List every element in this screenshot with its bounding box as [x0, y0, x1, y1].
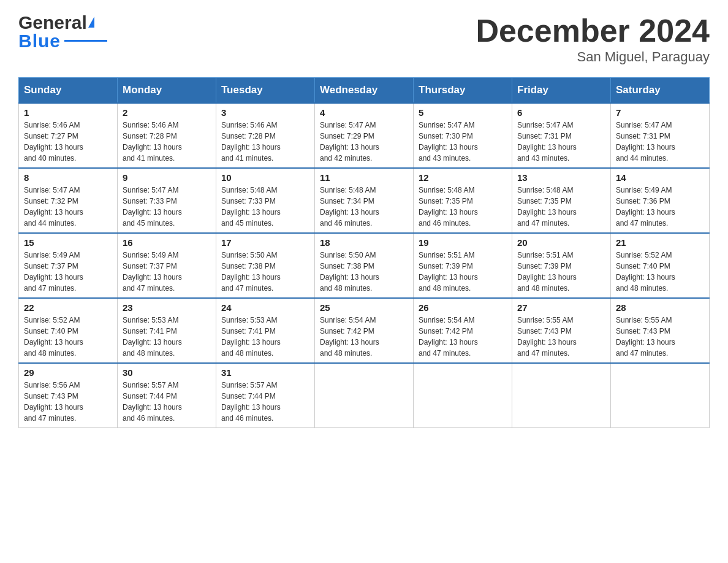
logo-underline — [64, 40, 107, 42]
calendar-day-cell: 21 Sunrise: 5:52 AM Sunset: 7:40 PM Dayl… — [611, 233, 710, 298]
calendar-title: December 2024 — [476, 12, 710, 49]
day-number: 7 — [616, 107, 704, 118]
day-number: 25 — [320, 302, 408, 313]
day-number: 4 — [320, 107, 408, 118]
day-number: 10 — [221, 172, 309, 183]
day-info: Sunrise: 5:55 AM Sunset: 7:43 PM Dayligh… — [616, 315, 704, 359]
day-number: 21 — [616, 237, 704, 248]
day-info: Sunrise: 5:54 AM Sunset: 7:42 PM Dayligh… — [419, 315, 507, 359]
day-info: Sunrise: 5:47 AM Sunset: 7:32 PM Dayligh… — [24, 185, 112, 229]
logo-general-text: General — [18, 12, 87, 33]
calendar-week-row: 29 Sunrise: 5:56 AM Sunset: 7:43 PM Dayl… — [19, 363, 710, 428]
day-number: 5 — [419, 107, 507, 118]
day-number: 26 — [419, 302, 507, 313]
calendar-day-cell: 20 Sunrise: 5:51 AM Sunset: 7:39 PM Dayl… — [512, 233, 611, 298]
calendar-day-cell: 27 Sunrise: 5:55 AM Sunset: 7:43 PM Dayl… — [512, 298, 611, 363]
day-number: 20 — [517, 237, 605, 248]
calendar-week-row: 1 Sunrise: 5:46 AM Sunset: 7:27 PM Dayli… — [19, 103, 710, 168]
calendar-day-cell: 18 Sunrise: 5:50 AM Sunset: 7:38 PM Dayl… — [315, 233, 414, 298]
day-info: Sunrise: 5:55 AM Sunset: 7:43 PM Dayligh… — [517, 315, 605, 359]
logo-blue-text: Blue — [18, 31, 61, 52]
calendar-day-cell: 4 Sunrise: 5:47 AM Sunset: 7:29 PM Dayli… — [315, 103, 414, 168]
calendar-day-cell: 17 Sunrise: 5:50 AM Sunset: 7:38 PM Dayl… — [216, 233, 315, 298]
day-number: 18 — [320, 237, 408, 248]
header-wednesday: Wednesday — [315, 78, 414, 104]
calendar-day-cell: 6 Sunrise: 5:47 AM Sunset: 7:31 PM Dayli… — [512, 103, 611, 168]
day-info: Sunrise: 5:49 AM Sunset: 7:36 PM Dayligh… — [616, 185, 704, 229]
day-info: Sunrise: 5:48 AM Sunset: 7:34 PM Dayligh… — [320, 185, 408, 229]
calendar-day-cell: 9 Sunrise: 5:47 AM Sunset: 7:33 PM Dayli… — [118, 168, 216, 233]
day-info: Sunrise: 5:50 AM Sunset: 7:38 PM Dayligh… — [221, 250, 309, 294]
logo: General Blue — [18, 12, 107, 52]
calendar-day-cell: 25 Sunrise: 5:54 AM Sunset: 7:42 PM Dayl… — [315, 298, 414, 363]
calendar-day-cell: 11 Sunrise: 5:48 AM Sunset: 7:34 PM Dayl… — [315, 168, 414, 233]
calendar-week-row: 22 Sunrise: 5:52 AM Sunset: 7:40 PM Dayl… — [19, 298, 710, 363]
day-info: Sunrise: 5:52 AM Sunset: 7:40 PM Dayligh… — [24, 315, 112, 359]
day-info: Sunrise: 5:49 AM Sunset: 7:37 PM Dayligh… — [123, 250, 211, 294]
day-info: Sunrise: 5:53 AM Sunset: 7:41 PM Dayligh… — [123, 315, 211, 359]
calendar-subtitle: San Miguel, Paraguay — [476, 49, 710, 65]
day-number: 1 — [24, 107, 112, 118]
day-number: 16 — [123, 237, 211, 248]
day-info: Sunrise: 5:46 AM Sunset: 7:28 PM Dayligh… — [123, 120, 211, 164]
header-tuesday: Tuesday — [216, 78, 315, 104]
header-monday: Monday — [118, 78, 216, 104]
day-info: Sunrise: 5:52 AM Sunset: 7:40 PM Dayligh… — [616, 250, 704, 294]
title-area: December 2024 San Miguel, Paraguay — [476, 12, 710, 65]
calendar-day-cell: 12 Sunrise: 5:48 AM Sunset: 7:35 PM Dayl… — [414, 168, 512, 233]
day-number: 22 — [24, 302, 112, 313]
day-number: 27 — [517, 302, 605, 313]
calendar-day-cell: 5 Sunrise: 5:47 AM Sunset: 7:30 PM Dayli… — [414, 103, 512, 168]
calendar-week-row: 15 Sunrise: 5:49 AM Sunset: 7:37 PM Dayl… — [19, 233, 710, 298]
calendar-body: 1 Sunrise: 5:46 AM Sunset: 7:27 PM Dayli… — [19, 103, 710, 428]
calendar-table: Sunday Monday Tuesday Wednesday Thursday… — [18, 77, 710, 428]
calendar-week-row: 8 Sunrise: 5:47 AM Sunset: 7:32 PM Dayli… — [19, 168, 710, 233]
day-number: 28 — [616, 302, 704, 313]
day-number: 23 — [123, 302, 211, 313]
calendar-day-cell — [414, 363, 512, 428]
day-number: 2 — [123, 107, 211, 118]
calendar-day-cell: 31 Sunrise: 5:57 AM Sunset: 7:44 PM Dayl… — [216, 363, 315, 428]
day-number: 19 — [419, 237, 507, 248]
day-info: Sunrise: 5:47 AM Sunset: 7:31 PM Dayligh… — [517, 120, 605, 164]
day-info: Sunrise: 5:54 AM Sunset: 7:42 PM Dayligh… — [320, 315, 408, 359]
day-number: 31 — [221, 367, 309, 378]
day-number: 8 — [24, 172, 112, 183]
day-info: Sunrise: 5:53 AM Sunset: 7:41 PM Dayligh… — [221, 315, 309, 359]
day-number: 12 — [419, 172, 507, 183]
calendar-day-cell: 30 Sunrise: 5:57 AM Sunset: 7:44 PM Dayl… — [118, 363, 216, 428]
page-header: General Blue December 2024 San Miguel, P… — [18, 12, 710, 65]
weekday-header-row: Sunday Monday Tuesday Wednesday Thursday… — [19, 78, 710, 104]
calendar-day-cell — [512, 363, 611, 428]
day-info: Sunrise: 5:47 AM Sunset: 7:29 PM Dayligh… — [320, 120, 408, 164]
header-sunday: Sunday — [19, 78, 118, 104]
day-number: 24 — [221, 302, 309, 313]
day-info: Sunrise: 5:47 AM Sunset: 7:33 PM Dayligh… — [123, 185, 211, 229]
day-number: 3 — [221, 107, 309, 118]
day-number: 15 — [24, 237, 112, 248]
calendar-day-cell — [315, 363, 414, 428]
calendar-day-cell: 19 Sunrise: 5:51 AM Sunset: 7:39 PM Dayl… — [414, 233, 512, 298]
day-number: 30 — [123, 367, 211, 378]
day-info: Sunrise: 5:49 AM Sunset: 7:37 PM Dayligh… — [24, 250, 112, 294]
calendar-day-cell: 7 Sunrise: 5:47 AM Sunset: 7:31 PM Dayli… — [611, 103, 710, 168]
calendar-day-cell: 14 Sunrise: 5:49 AM Sunset: 7:36 PM Dayl… — [611, 168, 710, 233]
day-number: 11 — [320, 172, 408, 183]
day-info: Sunrise: 5:48 AM Sunset: 7:33 PM Dayligh… — [221, 185, 309, 229]
calendar-day-cell: 29 Sunrise: 5:56 AM Sunset: 7:43 PM Dayl… — [19, 363, 118, 428]
day-info: Sunrise: 5:56 AM Sunset: 7:43 PM Dayligh… — [24, 380, 112, 424]
day-info: Sunrise: 5:51 AM Sunset: 7:39 PM Dayligh… — [517, 250, 605, 294]
calendar-day-cell: 24 Sunrise: 5:53 AM Sunset: 7:41 PM Dayl… — [216, 298, 315, 363]
calendar-day-cell: 26 Sunrise: 5:54 AM Sunset: 7:42 PM Dayl… — [414, 298, 512, 363]
day-info: Sunrise: 5:47 AM Sunset: 7:31 PM Dayligh… — [616, 120, 704, 164]
calendar-day-cell: 13 Sunrise: 5:48 AM Sunset: 7:35 PM Dayl… — [512, 168, 611, 233]
day-info: Sunrise: 5:50 AM Sunset: 7:38 PM Dayligh… — [320, 250, 408, 294]
header-thursday: Thursday — [414, 78, 512, 104]
header-friday: Friday — [512, 78, 611, 104]
day-number: 29 — [24, 367, 112, 378]
calendar-header: Sunday Monday Tuesday Wednesday Thursday… — [19, 78, 710, 104]
day-info: Sunrise: 5:48 AM Sunset: 7:35 PM Dayligh… — [419, 185, 507, 229]
calendar-day-cell: 8 Sunrise: 5:47 AM Sunset: 7:32 PM Dayli… — [19, 168, 118, 233]
calendar-day-cell — [611, 363, 710, 428]
calendar-day-cell: 16 Sunrise: 5:49 AM Sunset: 7:37 PM Dayl… — [118, 233, 216, 298]
